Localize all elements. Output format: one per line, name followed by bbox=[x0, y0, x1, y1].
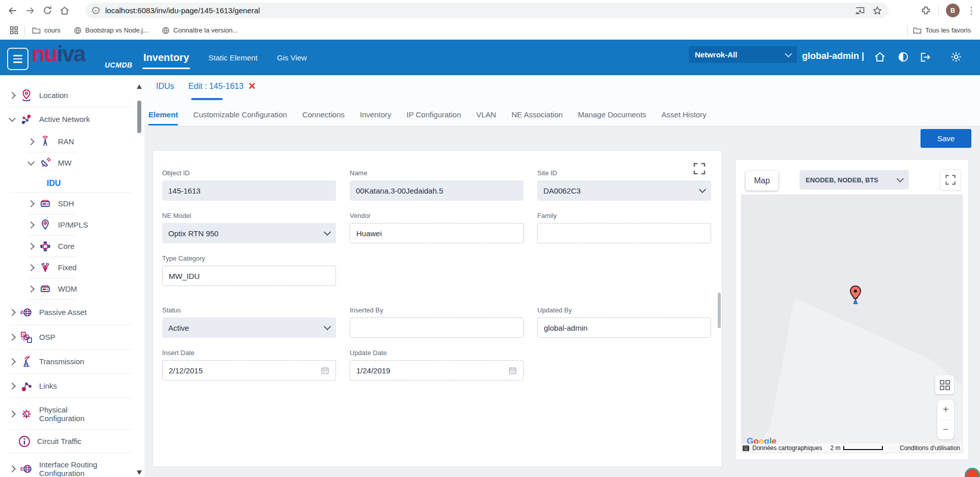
back-icon[interactable] bbox=[4, 2, 21, 19]
subtab-manage-documents[interactable]: Manage Documents bbox=[578, 104, 646, 125]
close-tab-icon[interactable]: ✕ bbox=[248, 81, 256, 91]
sidebar-item-fixed[interactable]: Fixed bbox=[0, 257, 144, 278]
keyboard-shortcuts-icon[interactable] bbox=[743, 446, 749, 451]
field-label: Update Date bbox=[350, 349, 524, 357]
inserted-by-field[interactable] bbox=[350, 317, 524, 338]
home-icon[interactable] bbox=[872, 49, 887, 65]
map-layer-selector[interactable]: ENODEB, NODEB, BTS bbox=[800, 170, 909, 189]
browser-menu-icon[interactable]: ⋮ bbox=[967, 5, 976, 16]
map-scale: 2 m bbox=[830, 444, 883, 452]
field-label: Name bbox=[350, 169, 524, 177]
forward-icon[interactable] bbox=[21, 2, 39, 19]
bookmark-bootstrap[interactable]: Bootstrap vs Node.j... bbox=[74, 26, 148, 35]
scroll-up-icon[interactable] bbox=[137, 84, 142, 89]
sidebar-item-core[interactable]: Core bbox=[0, 236, 144, 257]
refresh-icon[interactable] bbox=[39, 2, 56, 19]
sidebar-item-ip-mpls[interactable]: IP/MPLS bbox=[0, 214, 144, 236]
apps-grid-icon[interactable] bbox=[5, 22, 22, 39]
nav-gis-view[interactable]: Gis View bbox=[276, 40, 308, 75]
vendor-field[interactable]: Huawei bbox=[350, 223, 524, 243]
browser-home-icon[interactable] bbox=[56, 2, 73, 19]
subtabs: Element Customizable Configuration Conne… bbox=[148, 104, 980, 125]
scroll-down-icon[interactable] bbox=[137, 470, 142, 475]
address-bar[interactable]: localhost:6083/inv/idu-page/145-1613/gen… bbox=[85, 3, 889, 18]
bookmark-cours[interactable]: cours bbox=[32, 26, 60, 34]
transmission-antenna-icon bbox=[19, 355, 34, 368]
sidebar-item-circuit-traffic[interactable]: Circuit Traffic bbox=[0, 430, 144, 453]
subtab-connections[interactable]: Connections bbox=[302, 104, 345, 125]
type-category-field[interactable]: MW_IDU bbox=[162, 266, 336, 286]
insert-date-field[interactable]: 2/12/2015 bbox=[162, 360, 336, 380]
calendar-icon[interactable] bbox=[321, 366, 329, 375]
folder-icon bbox=[913, 26, 922, 34]
sidebar-item-passive-asset[interactable]: Passive Asset bbox=[0, 300, 144, 325]
sidebar-item-links[interactable]: Links bbox=[0, 374, 144, 398]
logout-icon[interactable] bbox=[917, 49, 932, 65]
name-field[interactable]: 00Katana.3-00Jedaidah.5 bbox=[350, 180, 524, 201]
sidebar-item-osp[interactable]: OSP bbox=[0, 325, 144, 349]
zoom-in-button[interactable]: + bbox=[937, 400, 954, 420]
object-id-field[interactable]: 145-1613 bbox=[162, 180, 336, 201]
site-info-icon[interactable] bbox=[91, 6, 100, 15]
form-scrollbar-thumb[interactable] bbox=[718, 293, 721, 328]
nav-inventory[interactable]: Inventory bbox=[142, 40, 190, 75]
nav-static-element[interactable]: Static Element bbox=[207, 40, 259, 75]
map-tiles-icon[interactable] bbox=[935, 375, 954, 394]
updated-by-field[interactable]: global-admin bbox=[537, 317, 711, 338]
extensions-icon[interactable] bbox=[921, 5, 931, 16]
subtab-ip-configuration[interactable]: IP Configuration bbox=[407, 104, 461, 125]
family-field[interactable] bbox=[537, 223, 711, 243]
tab-idus[interactable]: IDUs bbox=[156, 82, 174, 91]
subtab-vlan[interactable]: VLAN bbox=[476, 104, 496, 125]
calendar-icon[interactable] bbox=[508, 366, 517, 375]
subtab-ne-association[interactable]: NE Association bbox=[511, 104, 563, 125]
sidebar-item-idu[interactable]: IDU bbox=[0, 174, 144, 193]
map-type-button[interactable]: Map bbox=[746, 171, 778, 190]
sidebar-item-physical-configuration[interactable]: Physical Configuration bbox=[0, 398, 144, 430]
globe-speed-icon bbox=[19, 462, 34, 475]
field-label: Status bbox=[162, 306, 336, 314]
map-fullscreen-icon[interactable] bbox=[940, 169, 961, 190]
update-date-field[interactable]: 1/24/2019 bbox=[350, 360, 524, 380]
sidebar-item-location[interactable]: Location bbox=[0, 83, 144, 107]
ne-model-select[interactable]: Optix RTN 950 bbox=[162, 223, 336, 243]
map-panel: Map ENODEB, NODEB, BTS + bbox=[735, 159, 969, 460]
sidebar-item-transmission[interactable]: Transmission bbox=[0, 349, 144, 374]
zoom-out-button[interactable]: − bbox=[937, 420, 954, 440]
subtab-inventory[interactable]: Inventory bbox=[360, 104, 391, 125]
info-circle-icon bbox=[17, 435, 32, 448]
sidebar-item-active-network[interactable]: Active Network bbox=[0, 107, 144, 131]
hamburger-menu-button[interactable] bbox=[7, 48, 28, 70]
save-button[interactable]: Save bbox=[921, 129, 971, 148]
install-app-icon[interactable] bbox=[855, 6, 865, 16]
floating-action-button[interactable] bbox=[965, 468, 980, 477]
sidebar-item-interface-routing-configuration[interactable]: Interface Routing Configuration bbox=[0, 453, 144, 477]
bookmark-star-icon[interactable] bbox=[872, 6, 882, 16]
sidebar-item-mw[interactable]: MW bbox=[0, 152, 144, 174]
field-label: Site ID bbox=[537, 169, 711, 177]
all-favorites-folder[interactable]: Tous les favoris bbox=[913, 26, 971, 34]
subtab-asset-history[interactable]: Asset History bbox=[661, 104, 706, 125]
map-marker[interactable] bbox=[848, 285, 863, 307]
bookmark-connaitre[interactable]: Connaître la version... bbox=[162, 26, 238, 35]
site-id-select[interactable]: DA0062C3 bbox=[537, 180, 711, 201]
map-data-label[interactable]: Données cartographiques bbox=[752, 444, 822, 452]
sidebar-item-ran[interactable]: RAN bbox=[0, 131, 144, 152]
subtab-customizable-configuration[interactable]: Customizable Configuration bbox=[193, 104, 287, 125]
profile-avatar[interactable]: B bbox=[946, 4, 960, 17]
chevron-right-icon bbox=[27, 264, 35, 271]
map-canvas[interactable]: + − Google Données cartographiques 2 m C… bbox=[741, 195, 963, 453]
settings-gear-icon[interactable] bbox=[948, 49, 964, 65]
url-text[interactable]: localhost:6083/inv/idu-page/145-1613/gen… bbox=[105, 6, 855, 15]
contrast-icon[interactable] bbox=[896, 49, 911, 65]
scale-bar bbox=[843, 446, 883, 450]
map-terms-link[interactable]: Conditions d'utilisation bbox=[900, 444, 960, 452]
sidebar-item-sdh[interactable]: SDH bbox=[0, 193, 144, 214]
sidebar-scrollbar[interactable] bbox=[137, 84, 142, 475]
tab-edit-145-1613[interactable]: Edit : 145-1613 ✕ bbox=[189, 81, 256, 91]
status-select[interactable]: Active bbox=[162, 317, 336, 338]
subtab-element[interactable]: Element bbox=[148, 104, 178, 125]
network-selector[interactable]: Netwrok-All bbox=[689, 46, 797, 63]
sidebar-item-wdm[interactable]: WDM bbox=[0, 278, 144, 300]
scrollbar-thumb[interactable] bbox=[137, 101, 141, 133]
